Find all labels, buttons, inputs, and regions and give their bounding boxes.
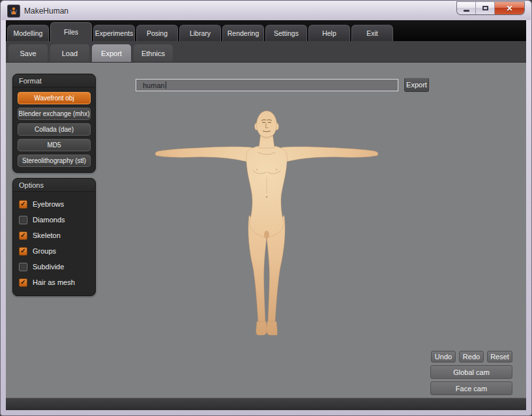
minimize-button[interactable]: [457, 2, 476, 14]
maximize-button[interactable]: [476, 2, 495, 14]
subdivide-label: Subdivide: [33, 263, 64, 271]
format-md5-button[interactable]: MD5: [18, 139, 91, 151]
close-button[interactable]: ✕: [495, 2, 524, 14]
sub-tab-bar: Save Load Export Ethnics: [6, 41, 526, 63]
human-model-3d-view[interactable]: [154, 107, 382, 339]
tab-ethnics[interactable]: Ethnics: [134, 44, 173, 62]
window-title: MakeHuman: [24, 7, 68, 16]
option-row-hair-as-mesh: ✓ Hair as mesh: [18, 275, 91, 290]
tab-rendering[interactable]: Rendering: [222, 25, 264, 41]
minimize-icon: [464, 10, 469, 12]
option-row-skeleton: ✓ Skeleton: [18, 228, 91, 243]
maximize-icon: [482, 6, 488, 10]
global-cam-button[interactable]: Global cam: [430, 365, 512, 379]
tab-export[interactable]: Export: [92, 44, 131, 62]
eyebrows-label: Eyebrows: [33, 200, 64, 208]
titlebar[interactable]: MakeHuman ✕: [1, 1, 531, 20]
format-wavefront-obj-button[interactable]: Wavefront obj: [18, 92, 91, 104]
reset-button[interactable]: Reset: [487, 351, 512, 363]
skeleton-label: Skeleton: [33, 231, 61, 239]
option-row-subdivide: Subdivide: [18, 259, 91, 275]
tab-modelling[interactable]: Modelling: [7, 25, 49, 41]
tab-library[interactable]: Library: [179, 25, 221, 41]
option-row-groups: ✓ Groups: [18, 243, 91, 259]
tab-exit[interactable]: Exit: [351, 25, 393, 41]
tab-experiments[interactable]: Experiments: [93, 25, 135, 41]
tab-load[interactable]: Load: [50, 44, 89, 62]
format-blender-exchange-button[interactable]: Blender exchange (mhx): [18, 108, 91, 120]
undo-button[interactable]: Undo: [431, 351, 456, 363]
diamonds-checkbox[interactable]: [19, 216, 27, 224]
hair-as-mesh-label: Hair as mesh: [33, 278, 75, 286]
client-area: Modelling Files Experiments Posing Libra…: [6, 20, 526, 410]
option-row-diamonds: Diamonds: [18, 212, 91, 228]
tab-help[interactable]: Help: [308, 25, 350, 41]
options-panel-title: Options: [13, 179, 95, 192]
eyebrows-checkbox[interactable]: ✓: [19, 200, 27, 209]
format-panel-title: Format: [13, 74, 95, 87]
tab-posing[interactable]: Posing: [136, 25, 178, 41]
option-row-eyebrows: ✓ Eyebrows: [18, 196, 91, 212]
face-cam-button[interactable]: Face cam: [430, 381, 512, 395]
options-panel: Options ✓ Eyebrows Diamonds ✓ Skeleton: [12, 178, 96, 296]
diamonds-label: Diamonds: [33, 216, 65, 224]
subdivide-checkbox[interactable]: [19, 263, 27, 271]
main-area: Format Wavefront obj Blender exchange (m…: [6, 63, 526, 398]
export-button[interactable]: Export: [404, 78, 429, 92]
filename-value: human: [143, 82, 165, 89]
tab-files[interactable]: Files: [50, 22, 92, 41]
filename-input[interactable]: human: [136, 79, 398, 91]
status-bar: [6, 398, 526, 410]
human-body: [155, 111, 378, 335]
makehuman-logo-icon: [8, 5, 20, 17]
app-window: MakeHuman ✕ Modelling Files Experiments …: [0, 0, 532, 416]
skeleton-checkbox[interactable]: ✓: [19, 231, 27, 240]
format-panel: Format Wavefront obj Blender exchange (m…: [12, 74, 96, 173]
close-icon: ✕: [506, 4, 512, 13]
hair-as-mesh-checkbox[interactable]: ✓: [19, 278, 27, 287]
main-tab-bar: Modelling Files Experiments Posing Libra…: [6, 20, 526, 41]
groups-label: Groups: [33, 247, 56, 255]
redo-button[interactable]: Redo: [459, 351, 484, 363]
groups-checkbox[interactable]: ✓: [19, 247, 27, 256]
format-stereolithography-button[interactable]: Stereolithography (stl): [18, 155, 91, 167]
tab-save[interactable]: Save: [8, 44, 48, 62]
text-caret: [166, 82, 166, 89]
format-collada-button[interactable]: Collada (dae): [18, 123, 91, 136]
tab-settings[interactable]: Settings: [265, 25, 307, 41]
window-controls: ✕: [457, 2, 524, 14]
